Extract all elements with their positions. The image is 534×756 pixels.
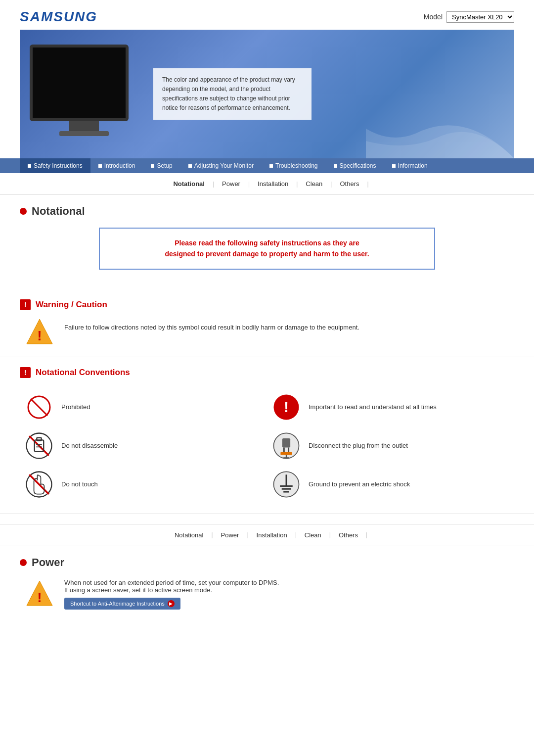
nav-tab-troubleshooting[interactable]: Troubleshooting	[262, 158, 326, 173]
warning-exclamation-icon: !	[20, 299, 31, 310]
warning-content: ! Failure to follow directions noted by …	[20, 317, 514, 347]
conv-disconnect: Disconnect the plug from the outlet	[267, 426, 514, 465]
bottom-sub-nav-clean[interactable]: Clean	[297, 531, 329, 539]
nav-tab-setup-label: Setup	[157, 162, 172, 169]
hero-monitor	[30, 45, 138, 143]
svg-line-3	[31, 399, 47, 416]
notational-section: Notational Please read the following saf…	[0, 195, 534, 294]
power-section: Power ! When not used for an extended pe…	[0, 546, 534, 619]
nav-tab-safety[interactable]: Safety Instructions	[20, 158, 90, 173]
no-touch-icon	[25, 470, 53, 499]
conv-disconnect-label: Disconnect the plug from the outlet	[309, 442, 408, 449]
power-title-text: Power	[32, 556, 64, 569]
samsung-logo: SAMSUNG	[20, 9, 97, 25]
info-text: Please read the following safety instruc…	[115, 237, 419, 260]
nav-tab-setup[interactable]: Setup	[143, 158, 180, 173]
monitor-body	[30, 45, 129, 121]
conventions-exclamation-icon: !	[20, 367, 31, 378]
hero-curves	[366, 59, 514, 158]
sub-nav-installation[interactable]: Installation	[250, 180, 296, 188]
shortcut-button[interactable]: Shortcut to Anti-Afterimage Instructions…	[64, 598, 180, 610]
nav-dot	[98, 164, 102, 168]
nav-dot	[151, 164, 154, 168]
nav-tab-specs-label: Specifications	[340, 162, 376, 169]
conv-no-touch: Do not touch	[20, 465, 267, 504]
model-label: Model	[424, 13, 443, 21]
conv-prohibited: Prohibited	[20, 388, 267, 426]
svg-line-7	[29, 436, 48, 455]
important-icon: !	[272, 393, 301, 422]
sub-nav-notational[interactable]: Notational	[165, 180, 213, 188]
hero-description: The color and appearance of the product …	[162, 76, 295, 112]
hero-banner: The color and appearance of the product …	[20, 30, 514, 158]
warning-title: ! Warning / Caution	[20, 299, 514, 310]
model-select[interactable]: SyncMaster XL20	[446, 11, 514, 23]
warning-section: ! Warning / Caution ! Failure to follow …	[0, 294, 534, 357]
sub-nav-others[interactable]: Others	[332, 180, 367, 188]
nav-tab-info[interactable]: Information	[384, 158, 436, 173]
caution-triangle-icon: !	[25, 317, 54, 347]
info-box: Please read the following safety instruc…	[99, 228, 435, 270]
power-text: When not used for an extended period of …	[64, 579, 279, 610]
bottom-sub-nav-others[interactable]: Others	[331, 531, 366, 539]
sub-nav-power[interactable]: Power	[214, 180, 248, 188]
bottom-sub-nav: Notational | Power | Installation | Clea…	[0, 524, 534, 546]
warning-title-text: Warning / Caution	[36, 300, 107, 310]
power-content: ! When not used for an extended period o…	[20, 579, 514, 610]
nav-dot	[334, 164, 337, 168]
conv-no-touch-label: Do not touch	[61, 480, 98, 488]
nav-tab-specs[interactable]: Specifications	[326, 158, 384, 173]
nav-tab-safety-label: Safety Instructions	[34, 162, 83, 169]
conv-no-disassemble-label: Do not disassemble	[61, 442, 118, 449]
power-title: Power	[20, 556, 514, 569]
svg-rect-9	[37, 438, 41, 441]
conventions-section: ! Notational Conventions Prohibited ! Im…	[0, 357, 534, 514]
model-area: Model SyncMaster XL20	[424, 11, 514, 23]
nav-tab-troubleshooting-label: Troubleshooting	[275, 162, 318, 169]
nav-dot	[392, 164, 396, 168]
power-text-line1: When not used for an extended period of …	[64, 579, 279, 586]
nav-dot	[269, 164, 273, 168]
conv-important: ! Important to read and understand at al…	[267, 388, 514, 426]
nav-tabs: Safety Instructions Introduction Setup A…	[0, 158, 534, 173]
nav-dot	[28, 164, 31, 168]
power-caution-icon: !	[25, 579, 54, 609]
nav-tab-adjusting-label: Adjusting Your Monitor	[194, 162, 254, 169]
sub-nav-clean[interactable]: Clean	[298, 180, 330, 188]
page-header: SAMSUNG Model SyncMaster XL20	[0, 0, 534, 30]
bottom-sub-nav-notational[interactable]: Notational	[167, 531, 212, 539]
conv-no-disassemble: Do not disassemble	[20, 426, 267, 465]
svg-rect-13	[282, 438, 290, 448]
power-bullet	[20, 559, 27, 566]
svg-text:!: !	[284, 399, 289, 415]
conv-prohibited-label: Prohibited	[61, 403, 90, 411]
conv-important-label: Important to read and understand at all …	[309, 403, 437, 411]
bottom-sub-nav-power[interactable]: Power	[213, 531, 247, 539]
svg-line-20	[29, 474, 48, 494]
monitor-base	[59, 131, 109, 136]
hero-text-box: The color and appearance of the product …	[153, 68, 312, 120]
conventions-title-text: Notational Conventions	[36, 368, 130, 378]
sub-nav-sep5: |	[367, 181, 368, 188]
shortcut-label: Shortcut to Anti-Afterimage Instructions	[70, 601, 165, 607]
sub-nav: Notational | Power | Installation | Clea…	[0, 173, 534, 195]
ground-icon	[272, 470, 301, 499]
nav-tab-intro[interactable]: Introduction	[90, 158, 143, 173]
conv-ground: Ground to prevent an electric shock	[267, 465, 514, 504]
section-bullet	[20, 208, 27, 215]
no-disassemble-icon	[25, 431, 53, 460]
bottom-sub-nav-installation[interactable]: Installation	[249, 531, 295, 539]
svg-text:!: !	[37, 590, 42, 605]
prohibited-icon	[25, 393, 53, 422]
nav-dot	[188, 164, 192, 168]
svg-text:!: !	[37, 328, 42, 343]
nav-tab-info-label: Information	[398, 162, 428, 169]
nav-tab-adjusting[interactable]: Adjusting Your Monitor	[180, 158, 262, 173]
notational-title-text: Notational	[32, 205, 85, 218]
power-text-line2: If using a screen saver, set it to activ…	[64, 586, 279, 594]
disconnect-icon	[272, 431, 301, 460]
conventions-title: ! Notational Conventions	[20, 367, 514, 378]
warning-description: Failure to follow directions noted by th…	[64, 317, 359, 333]
monitor-screen	[33, 47, 126, 118]
svg-rect-16	[280, 452, 292, 455]
